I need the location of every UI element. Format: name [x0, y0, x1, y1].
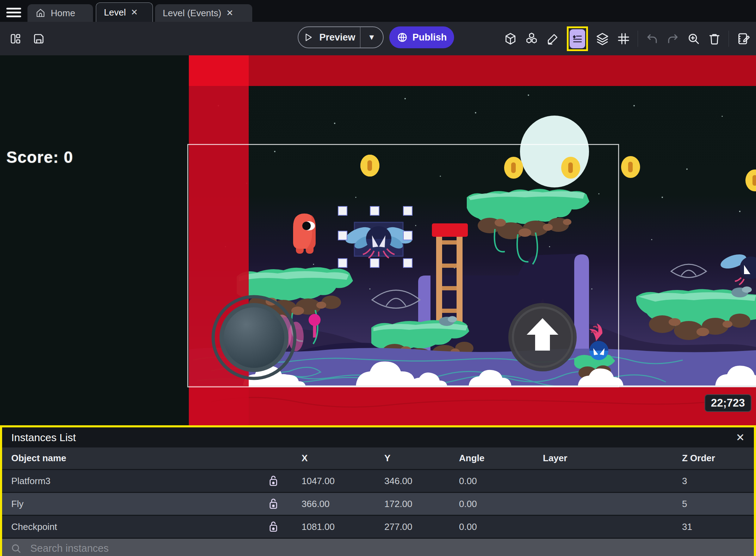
coin: [504, 157, 523, 179]
close-icon[interactable]: ✕: [736, 431, 745, 444]
col-x: X: [291, 453, 374, 464]
panel-title: Instances List: [11, 432, 76, 444]
instance-y[interactable]: 346.00: [374, 476, 448, 487]
search-input[interactable]: [30, 542, 665, 555]
instance-angle[interactable]: 0.00: [448, 499, 532, 509]
instance-angle[interactable]: 0.00: [448, 476, 532, 487]
col-angle: Angle: [448, 453, 532, 464]
lock-icon[interactable]: [256, 497, 291, 511]
cursor-coordinates-badge: 22;723: [705, 394, 751, 412]
table-row-selected[interactable]: Fly 366.00 172.00 0.00 5: [2, 492, 754, 515]
grid-icon[interactable]: [617, 32, 630, 45]
scene-editor-canvas[interactable]: Score: 0 22;723: [0, 55, 756, 425]
publish-label: Publish: [413, 32, 447, 43]
lock-icon[interactable]: [256, 520, 291, 533]
undo-icon[interactable]: [645, 32, 659, 45]
tab-level[interactable]: Level ✕: [96, 2, 153, 22]
jump-button[interactable]: [508, 303, 577, 371]
edit-scene-icon[interactable]: [546, 32, 559, 45]
col-z-order: Z Order: [671, 453, 754, 464]
instances-list-panel: Instances List ✕ Object name X Y Angle L…: [0, 425, 756, 556]
instance-z-order[interactable]: 3: [671, 476, 754, 487]
close-tab-icon[interactable]: ✕: [226, 9, 233, 17]
globe-icon: [397, 32, 408, 43]
instance-angle[interactable]: 0.00: [448, 521, 532, 532]
coin: [621, 156, 640, 178]
coin: [360, 155, 379, 177]
tab-bar: Home Level ✕ Level (Events) ✕: [0, 0, 756, 22]
close-tab-icon[interactable]: ✕: [131, 8, 138, 17]
home-icon: [35, 8, 46, 18]
score-text[interactable]: Score: 0: [6, 148, 73, 167]
instances-table-header: Object name X Y Angle Layer Z Order: [2, 447, 754, 469]
bounds-red-top: [189, 55, 756, 86]
delete-icon[interactable]: [708, 32, 721, 45]
col-layer: Layer: [532, 453, 671, 464]
moon[interactable]: [520, 116, 589, 187]
toolbar-divider: [638, 31, 638, 47]
instance-x[interactable]: 1047.00: [291, 476, 374, 487]
joystick-control[interactable]: [213, 297, 295, 378]
instance-z-order[interactable]: 31: [671, 521, 754, 532]
col-y: Y: [374, 453, 448, 464]
instances-list-highlight: [567, 26, 588, 51]
table-row[interactable]: Checkpoint 1081.00 277.00 0.00 31: [2, 515, 754, 538]
tab-home-label: Home: [51, 8, 75, 19]
toolbar-divider: [729, 31, 729, 47]
instance-y[interactable]: 277.00: [374, 521, 448, 532]
publish-button[interactable]: Publish: [389, 26, 454, 48]
chevron-down-icon: ▼: [368, 33, 376, 42]
tab-home[interactable]: Home: [27, 4, 93, 22]
instance-name: Fly: [2, 499, 256, 509]
preview-button[interactable]: Preview ▼: [298, 26, 384, 48]
lock-icon[interactable]: [256, 474, 291, 488]
bounds-red-left: [189, 55, 249, 425]
play-icon: [303, 32, 314, 43]
edit-properties-icon[interactable]: [736, 32, 750, 46]
instance-x[interactable]: 1081.00: [291, 521, 374, 532]
bounds-red-corner: [189, 55, 249, 86]
layers-icon[interactable]: [595, 32, 609, 46]
preview-label: Preview: [319, 32, 355, 43]
tab-level-label: Level: [104, 7, 126, 18]
tab-level-events-label: Level (Events): [163, 8, 221, 19]
gdevelop-editor-window: Home Level ✕ Level (Events) ✕: [0, 0, 756, 556]
search-bar: [2, 538, 754, 556]
search-icon: [11, 543, 22, 554]
menu-icon[interactable]: [6, 6, 21, 17]
save-icon[interactable]: [32, 32, 45, 45]
instance-name: Checkpoint: [2, 521, 256, 532]
player-character[interactable]: [293, 214, 316, 254]
instances-list-icon[interactable]: [570, 29, 585, 48]
bounds-red-bottom: [189, 387, 756, 425]
table-row[interactable]: Platform3 1047.00 346.00 0.00 3: [2, 469, 754, 492]
instance-x[interactable]: 366.00: [291, 499, 374, 509]
objects-icon[interactable]: [525, 32, 539, 46]
toolbar: Preview ▼ Publish: [0, 22, 756, 55]
instance-y[interactable]: 172.00: [374, 499, 448, 509]
preview-options-caret[interactable]: ▼: [360, 27, 383, 48]
instance-name: Platform3: [2, 476, 256, 487]
cube-3d-icon[interactable]: [504, 32, 517, 45]
scene-art: [0, 55, 756, 425]
instance-z-order[interactable]: 5: [671, 499, 754, 509]
redo-icon[interactable]: [666, 32, 680, 45]
coin: [561, 157, 580, 179]
panels-icon[interactable]: [9, 32, 22, 45]
tab-level-events[interactable]: Level (Events) ✕: [155, 4, 252, 22]
col-object-name: Object name: [2, 453, 256, 464]
zoom-in-icon[interactable]: [687, 32, 700, 45]
